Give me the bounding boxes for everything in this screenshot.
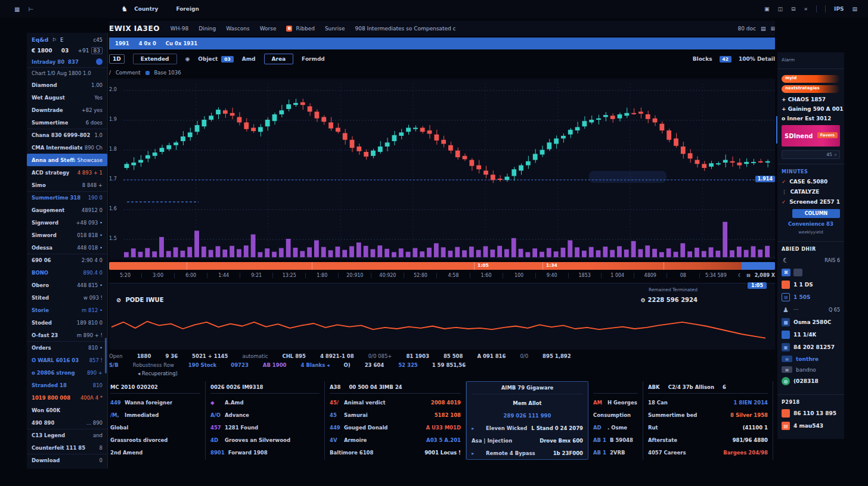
details-row[interactable]: 449Gouged DonaldA U33 M01D xyxy=(330,421,461,434)
moon-icon[interactable]: ☾ xyxy=(738,273,742,278)
nav-country[interactable]: Country xyxy=(134,6,158,12)
calendar-icon[interactable]: ⊟ xyxy=(746,273,751,278)
checklist-row[interactable]: ✓Screened 2E57 1E xyxy=(782,199,840,205)
watchlist-row[interactable]: Stoded189 810 0 xyxy=(27,316,107,329)
account-avatar[interactable] xyxy=(96,58,103,65)
watchlist-row[interactable]: 1019 800 008400A 4 * xyxy=(27,391,107,404)
user-icon[interactable]: ⊞ xyxy=(770,26,775,32)
details-row[interactable]: 4VArmoireA03 5 A.201 xyxy=(330,434,461,446)
details-row[interactable]: 4571281 Found xyxy=(210,421,320,434)
time-axis-label[interactable]: 1:80 xyxy=(305,273,338,278)
formdd-button[interactable]: Formdd xyxy=(302,56,325,62)
detail-button[interactable]: 100% Detail xyxy=(739,56,775,62)
details-row[interactable]: Rut(41100 1 xyxy=(648,421,768,434)
ips-label[interactable]: IPS xyxy=(834,6,844,12)
details-row[interactable]: 8901Forward 1908 xyxy=(210,446,320,459)
checklist-row[interactable]: ✓CASE 6.5080 xyxy=(782,179,840,185)
bell-icon[interactable]: ⚐ xyxy=(52,37,57,43)
watchlist-row[interactable]: ACD strategy4 893 + 1 xyxy=(27,166,107,179)
details-row[interactable]: AMH Georges xyxy=(593,396,638,409)
extended-button[interactable]: Extended xyxy=(133,54,177,64)
details-row[interactable]: Afterstate981/96 4880 xyxy=(648,434,768,446)
watchlist-row[interactable]: Odessa448 018 • xyxy=(27,241,107,254)
details-row[interactable]: 449Wanna foreigner xyxy=(110,396,200,409)
list-line[interactable]: o Inner Est 3012 xyxy=(782,116,840,122)
stats-row-3[interactable]: ◂ Recuperating) xyxy=(138,370,775,376)
legend-comment[interactable]: Comment xyxy=(116,70,141,76)
time-axis-label[interactable]: 100 xyxy=(503,273,535,278)
watchlist-row[interactable]: BONO890.4 0 xyxy=(27,266,107,279)
time-axis[interactable]: 5:203:006:001:449:2113:251:8020:91040:92… xyxy=(109,270,775,281)
amd-button[interactable]: Amd xyxy=(242,56,256,62)
symbol-title[interactable]: EWIX IA3EO xyxy=(109,24,160,33)
details-row[interactable]: Summertime bed8 Silver 1958 xyxy=(648,409,768,421)
time-axis-label[interactable]: 5:20 xyxy=(109,273,141,278)
details-row[interactable]: Asa | InjectionDrove Bmx 600 xyxy=(472,434,583,447)
panel-row[interactable]: 11 1/4K xyxy=(782,331,840,339)
watchlist-row[interactable]: Downtrade+82 yes xyxy=(27,104,107,116)
promo-banner[interactable]: SDInendFavors xyxy=(782,125,840,147)
watchlist-row[interactable]: Storiem 812 • xyxy=(27,304,107,316)
indicator-title[interactable]: PODE IWUE xyxy=(125,297,163,303)
panel-row[interactable]: ■Osma 2580C xyxy=(782,318,840,326)
symbol-tab[interactable]: Worse xyxy=(260,26,277,32)
watchlist-row[interactable]: Summertime 318190 0 xyxy=(27,191,107,204)
details-row[interactable]: Consumption xyxy=(593,409,638,421)
details-row[interactable]: Mem Allot xyxy=(472,397,583,409)
details-row[interactable]: Grassroots divorced xyxy=(110,434,200,446)
details-row[interactable]: ▸Remote 4 Bypass1b 23F000 xyxy=(472,447,583,459)
watchlist-row[interactable]: Won 600K xyxy=(27,404,107,416)
watchlist-row[interactable]: 490 890... 890 xyxy=(27,416,107,429)
watchlist-row[interactable]: Simword018 818 • xyxy=(27,229,107,241)
area-button[interactable]: Area xyxy=(264,54,294,64)
promo-pill[interactable]: nextstrategies xyxy=(782,85,840,93)
time-axis-label[interactable]: 1:44 xyxy=(207,273,240,278)
zoom-level-label[interactable]: 2,089 X xyxy=(755,273,775,278)
camera-icon[interactable]: ◉ xyxy=(185,56,190,62)
details-row[interactable]: AD. Osme xyxy=(593,421,638,434)
panel-row[interactable]: 86 110 13 895 xyxy=(782,409,840,418)
watchlist-title[interactable]: Eq&d xyxy=(32,36,48,43)
watchlist-row[interactable]: C13 Legendand xyxy=(27,429,107,441)
watchlist-row[interactable]: Summertime6 does xyxy=(27,116,107,129)
panel-icon-5[interactable]: ▤ xyxy=(852,6,857,12)
watchlist-row[interactable]: Stranded 18810 xyxy=(27,379,107,391)
watchlist-row[interactable]: Obero448 815 • xyxy=(27,279,107,291)
panel-row[interactable]: ▤tonthre xyxy=(782,356,840,362)
time-axis-label[interactable]: 4809 xyxy=(634,273,666,278)
chart-canvas[interactable] xyxy=(109,79,775,260)
promo-pill[interactable]: myid xyxy=(782,75,840,83)
details-row[interactable]: ▸Eleven WickedL Stand 0 24 2079 xyxy=(472,422,583,434)
watchlist-row[interactable]: O-fast 23m 890 + ! xyxy=(27,329,107,341)
watchlist-row[interactable]: Chana 830 6999-8021.0 xyxy=(27,129,107,141)
details-row[interactable]: 18 Can1 8IEN 2014 xyxy=(648,396,768,409)
panel-row[interactable]: ⊞1 50S xyxy=(782,293,840,301)
interval-button[interactable]: 1D xyxy=(109,54,125,64)
chip-blue[interactable]: ⌘ xyxy=(782,269,790,276)
time-axis-label[interactable]: 5:34 589 xyxy=(699,273,732,278)
time-axis-label[interactable]: 9:21 xyxy=(240,273,272,278)
symbol-tab[interactable]: Dining xyxy=(199,26,216,32)
time-axis-label[interactable]: 4:58 xyxy=(436,273,469,278)
panel-row[interactable]: 1 1 DS xyxy=(782,281,840,289)
candlestick-chart[interactable]: 2.01.91.81.71.61.5 1.914 xyxy=(109,79,775,260)
panel-row[interactable]: ◍(028318 xyxy=(782,377,840,385)
symbol-tab[interactable]: 908 Intermediates so Compensated c xyxy=(355,26,455,32)
scrollbar-blue-segment[interactable] xyxy=(742,262,775,270)
time-axis-label[interactable]: 6:00 xyxy=(174,273,207,278)
search-icon[interactable]: ⌕ xyxy=(835,152,837,158)
time-axis-label[interactable]: 1 004 xyxy=(601,273,634,278)
time-axis-label[interactable]: 08 xyxy=(666,273,699,278)
arrow-icon[interactable]: ⊢ xyxy=(28,6,33,13)
panel-row[interactable]: ☾RAIS 6 xyxy=(782,256,840,264)
blocks-button[interactable]: Blocks xyxy=(693,56,712,62)
price-level-badge[interactable]: 1.914 xyxy=(755,176,775,182)
notification-strip[interactable]: 1991 4 0x 0 Cu 0x 1931 xyxy=(109,38,775,49)
details-row[interactable]: 289 026 111 990 xyxy=(472,409,583,422)
details-row[interactable]: ◆A.Amd xyxy=(210,396,320,409)
time-axis-label[interactable]: 1853 xyxy=(568,273,601,278)
app-grid-icon[interactable]: ▦ xyxy=(14,6,20,13)
details-row[interactable]: 4DGrooves an Silverwood xyxy=(210,434,320,446)
symbol-tab[interactable]: Wascons xyxy=(226,26,249,32)
search-input[interactable]: 45⌕ xyxy=(782,150,840,159)
